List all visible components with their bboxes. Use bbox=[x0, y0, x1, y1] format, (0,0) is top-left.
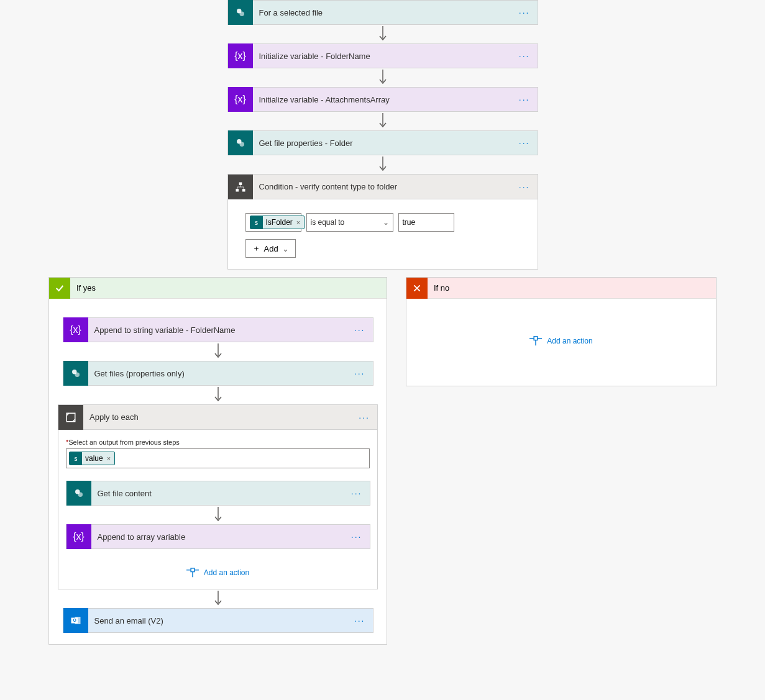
step-append-array[interactable]: {x} Append to array variable ··· bbox=[66, 524, 370, 549]
apply-input-field[interactable]: s value × bbox=[66, 448, 370, 468]
token-value[interactable]: s value × bbox=[69, 452, 115, 465]
arrow-down-icon bbox=[378, 155, 387, 174]
more-menu-icon[interactable]: ··· bbox=[511, 51, 538, 61]
step-title: Append to string variable - FolderName bbox=[88, 325, 347, 335]
condition-block: Condition - verify content type to folde… bbox=[227, 174, 538, 270]
arrow-down-icon bbox=[378, 25, 387, 43]
branch-yes-header: If yes bbox=[49, 278, 387, 299]
arrow-down-icon bbox=[378, 112, 387, 130]
more-menu-icon[interactable]: ··· bbox=[351, 412, 377, 422]
apply-to-each-block: Apply to each ··· *Select an output from… bbox=[58, 404, 378, 589]
sharepoint-icon bbox=[228, 130, 253, 155]
step-title: Send an email (V2) bbox=[88, 616, 347, 625]
step-title: Append to array variable bbox=[91, 532, 344, 542]
apply-input-label: *Select an output from previous steps bbox=[66, 439, 180, 446]
condition-header[interactable]: Condition - verify content type to folde… bbox=[228, 175, 538, 199]
check-icon bbox=[49, 278, 70, 299]
token-label: IsFolder bbox=[266, 218, 293, 227]
branch-no: If no Add an action bbox=[406, 277, 717, 386]
svg-rect-24 bbox=[191, 568, 195, 572]
condition-branches: If yes {x} Append to string variable - F… bbox=[0, 277, 765, 645]
step-init-attachments[interactable]: {x} Initialize variable - AttachmentsArr… bbox=[227, 87, 538, 112]
step-append-string[interactable]: {x} Append to string variable - FolderNa… bbox=[63, 317, 373, 342]
more-menu-icon[interactable]: ··· bbox=[511, 182, 538, 192]
operator-value: is equal to bbox=[311, 218, 345, 227]
more-menu-icon[interactable]: ··· bbox=[347, 616, 373, 625]
step-title: Get files (properties only) bbox=[88, 369, 347, 378]
more-menu-icon[interactable]: ··· bbox=[511, 94, 538, 104]
more-menu-icon[interactable]: ··· bbox=[511, 138, 538, 148]
branch-yes: If yes {x} Append to string variable - F… bbox=[48, 277, 387, 645]
svg-point-17 bbox=[75, 373, 80, 378]
loop-icon bbox=[58, 405, 83, 430]
svg-rect-10 bbox=[242, 189, 245, 192]
condition-operator-select[interactable]: is equal to ⌄ bbox=[306, 213, 393, 232]
more-menu-icon[interactable]: ··· bbox=[511, 7, 538, 17]
add-action-label: Add an action bbox=[547, 337, 592, 345]
svg-text:O: O bbox=[73, 618, 76, 622]
branch-no-header: If no bbox=[406, 278, 716, 299]
sharepoint-icon bbox=[228, 0, 253, 25]
step-init-foldername[interactable]: {x} Initialize variable - FolderName ··· bbox=[227, 43, 538, 68]
arrow-down-icon bbox=[214, 589, 222, 608]
close-icon bbox=[406, 278, 428, 299]
condition-left-operand[interactable]: s IsFolder × bbox=[245, 213, 301, 232]
arrow-down-icon bbox=[214, 342, 222, 361]
step-title: Get file properties - Folder bbox=[253, 139, 511, 148]
more-menu-icon[interactable]: ··· bbox=[344, 488, 370, 498]
token-isfolder[interactable]: s IsFolder × bbox=[250, 216, 305, 229]
arrow-down-icon bbox=[214, 506, 222, 524]
outlook-icon: O bbox=[63, 608, 88, 633]
condition-right-operand[interactable]: true bbox=[398, 213, 454, 232]
condition-title: Condition - verify content type to folde… bbox=[253, 182, 511, 191]
more-menu-icon[interactable]: ··· bbox=[344, 532, 370, 542]
add-label: Add bbox=[264, 244, 278, 253]
svg-point-21 bbox=[78, 493, 83, 498]
svg-point-6 bbox=[239, 142, 244, 147]
add-action-button[interactable]: Add an action bbox=[529, 336, 592, 346]
step-title: Get file content bbox=[91, 489, 344, 498]
step-title: Initialize variable - AttachmentsArray bbox=[253, 95, 511, 104]
variable-icon: {x} bbox=[228, 87, 253, 112]
branch-no-label: If no bbox=[428, 283, 449, 293]
chevron-down-icon: ⌄ bbox=[282, 244, 289, 253]
variable-icon: {x} bbox=[63, 317, 88, 342]
svg-point-1 bbox=[239, 12, 244, 17]
sharepoint-icon bbox=[63, 361, 88, 386]
chevron-down-icon: ⌄ bbox=[383, 218, 389, 227]
condition-icon bbox=[228, 175, 253, 199]
token-label: value bbox=[85, 454, 103, 463]
sharepoint-icon: s bbox=[70, 452, 82, 465]
branch-yes-label: If yes bbox=[70, 283, 96, 293]
svg-rect-33 bbox=[534, 337, 538, 340]
sharepoint-icon bbox=[66, 481, 91, 506]
step-get-files[interactable]: Get files (properties only) ··· bbox=[63, 361, 373, 386]
step-get-file-content[interactable]: Get file content ··· bbox=[66, 481, 370, 506]
add-condition-button[interactable]: ＋ Add ⌄ bbox=[245, 239, 296, 258]
plus-icon: ＋ bbox=[252, 243, 260, 254]
arrow-down-icon bbox=[214, 386, 222, 404]
svg-rect-8 bbox=[239, 182, 242, 185]
step-title: Initialize variable - FolderName bbox=[253, 52, 511, 61]
variable-icon: {x} bbox=[66, 524, 91, 549]
step-send-email[interactable]: O Send an email (V2) ··· bbox=[63, 608, 373, 633]
step-for-selected-file[interactable]: For a selected file ··· bbox=[227, 0, 538, 25]
more-menu-icon[interactable]: ··· bbox=[347, 368, 373, 378]
remove-token-icon[interactable]: × bbox=[107, 455, 111, 462]
step-get-file-properties-folder[interactable]: Get file properties - Folder ··· bbox=[227, 130, 538, 155]
apply-to-each-header[interactable]: Apply to each ··· bbox=[58, 405, 377, 430]
add-action-label: Add an action bbox=[204, 568, 249, 577]
more-menu-icon[interactable]: ··· bbox=[347, 325, 373, 335]
svg-rect-9 bbox=[236, 189, 239, 192]
step-title: For a selected file bbox=[253, 8, 511, 17]
remove-token-icon[interactable]: × bbox=[296, 219, 300, 226]
variable-icon: {x} bbox=[228, 43, 253, 68]
add-action-button[interactable]: Add an action bbox=[186, 568, 249, 578]
value-text: true bbox=[403, 218, 416, 227]
sharepoint-icon: s bbox=[250, 216, 263, 229]
arrow-down-icon bbox=[378, 68, 387, 87]
apply-title: Apply to each bbox=[83, 412, 351, 422]
